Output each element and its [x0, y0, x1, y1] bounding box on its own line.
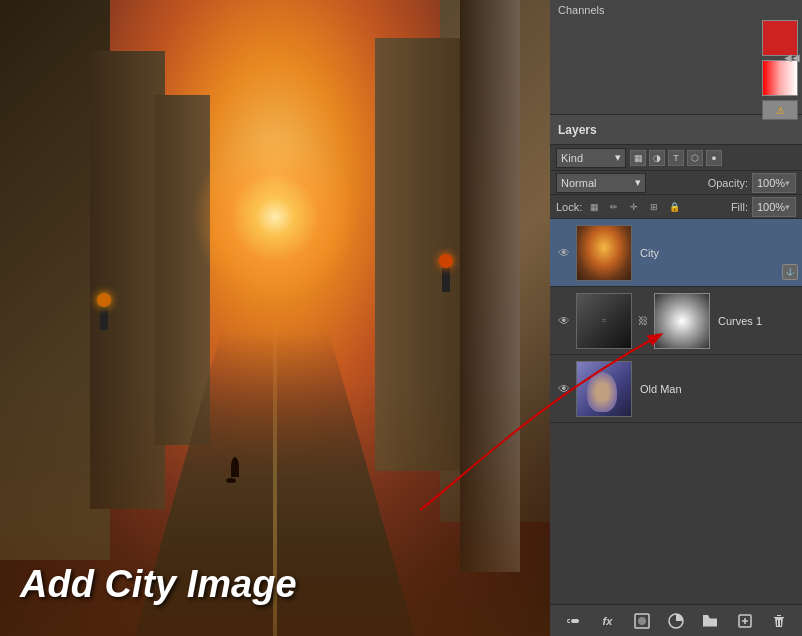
lock-brush-icon[interactable]: ✏ — [606, 199, 622, 215]
city-layer-badge: ⚓ — [782, 264, 798, 280]
layers-list: 👁 City ⚓ 👁 ≈ ⛓ Curves 1 — [550, 219, 802, 604]
opacity-label: Opacity: — [708, 177, 748, 189]
adjustment-filter-icon[interactable]: ◑ — [649, 150, 665, 166]
new-layer-button[interactable] — [734, 610, 756, 632]
layer-item-oldman[interactable]: 👁 Old Man — [550, 355, 802, 423]
lock-artboard-icon[interactable]: ⊞ — [646, 199, 662, 215]
layers-panel-title: Layers — [558, 123, 597, 137]
city-scene — [0, 0, 550, 636]
oldman-visibility-toggle[interactable]: 👁 — [556, 381, 572, 397]
lock-row: Lock: ▦ ✏ ✛ ⊞ 🔒 Fill: 100% ▾ — [550, 195, 802, 219]
layers-toolbar: fx — [550, 604, 802, 636]
channels-tab-label[interactable]: Channels — [558, 4, 604, 16]
pixel-filter-icon[interactable]: ▦ — [630, 150, 646, 166]
oldman-layer-thumbnail — [576, 361, 632, 417]
smart-filter-icon[interactable]: ● — [706, 150, 722, 166]
layer-item-curves[interactable]: 👁 ≈ ⛓ Curves 1 — [550, 287, 802, 355]
layer-effects-button[interactable]: fx — [596, 610, 618, 632]
city-visibility-toggle[interactable]: 👁 — [556, 245, 572, 261]
warning-swatch: ⚠ — [762, 100, 798, 120]
layer-item-city[interactable]: 👁 City ⚓ — [550, 219, 802, 287]
layers-panel: Layers Kind ▾ ▦ ◑ T ⬡ ● Normal ▾ Opacity… — [550, 115, 802, 636]
city-layer-thumbnail — [576, 225, 632, 281]
canvas-area: Add City Image — [0, 0, 550, 636]
lock-position-icon[interactable]: ✛ — [626, 199, 642, 215]
shape-filter-icon[interactable]: ⬡ — [687, 150, 703, 166]
curves-visibility-toggle[interactable]: 👁 — [556, 313, 572, 329]
lock-transparent-icon[interactable]: ▦ — [586, 199, 602, 215]
city-layer-name: City — [636, 247, 796, 259]
blend-row: Normal ▾ Opacity: 100% ▾ — [550, 171, 802, 195]
annotation-text: Add City Image — [20, 563, 297, 606]
opacity-input[interactable]: 100% ▾ — [752, 173, 796, 193]
curves-mask-thumbnail — [654, 293, 710, 349]
link-layers-button[interactable] — [562, 610, 584, 632]
gradient-swatch[interactable] — [762, 60, 798, 96]
right-panel: Channels ⚠ ◀◀ Layers Kind ▾ ▦ ◑ T ⬡ — [550, 0, 802, 636]
oldman-layer-name: Old Man — [636, 383, 796, 395]
delete-layer-button[interactable] — [768, 610, 790, 632]
type-filter-icon[interactable]: T — [668, 150, 684, 166]
curves-link-icon[interactable]: ⛓ — [636, 314, 650, 328]
new-adjustment-button[interactable] — [665, 610, 687, 632]
blend-mode-dropdown[interactable]: Normal ▾ — [556, 173, 646, 193]
add-mask-button[interactable] — [631, 610, 653, 632]
collapse-arrow[interactable]: ◀◀ — [784, 52, 800, 63]
lock-label: Lock: — [556, 201, 582, 213]
fill-label: Fill: — [731, 201, 748, 213]
channels-top: Channels ⚠ ◀◀ — [550, 0, 802, 115]
kind-icons: ▦ ◑ T ⬡ ● — [630, 150, 722, 166]
kind-row: Kind ▾ ▦ ◑ T ⬡ ● — [550, 145, 802, 171]
svg-point-1 — [638, 617, 646, 625]
kind-dropdown[interactable]: Kind ▾ — [556, 148, 626, 168]
lock-all-icon[interactable]: 🔒 — [666, 199, 682, 215]
fill-input[interactable]: 100% ▾ — [752, 197, 796, 217]
curves-layer-thumbnail: ≈ — [576, 293, 632, 349]
curves-layer-name: Curves 1 — [714, 315, 796, 327]
new-group-button[interactable] — [699, 610, 721, 632]
